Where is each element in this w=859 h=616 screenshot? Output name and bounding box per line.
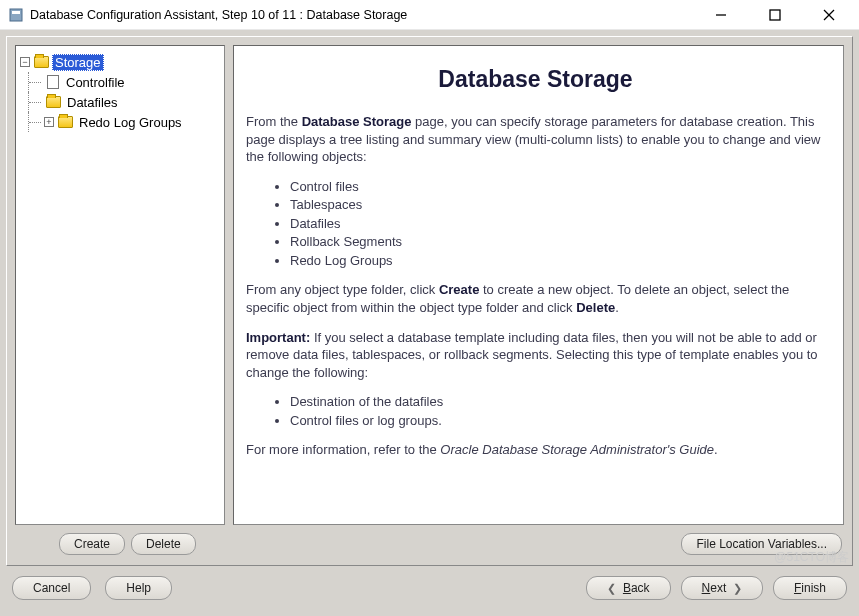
file-location-variables-button[interactable]: File Location Variables...: [681, 533, 842, 555]
content-actions: File Location Variables...: [196, 525, 844, 555]
tree-label[interactable]: Redo Log Groups: [76, 114, 185, 131]
list-item: Rollback Segments: [290, 233, 825, 251]
important-paragraph: Important: If you select a database temp…: [246, 329, 825, 382]
tree-label[interactable]: Controlfile: [63, 74, 128, 91]
expand-icon[interactable]: +: [44, 117, 54, 127]
dialog-body: − Storage Controlfile Datafiles: [0, 30, 859, 616]
folder-icon: [46, 96, 61, 108]
tree-node-controlfile[interactable]: Controlfile: [20, 72, 220, 92]
help-button[interactable]: Help: [105, 576, 172, 600]
tree-node-redo-log-groups[interactable]: + Redo Log Groups: [20, 112, 220, 132]
list-item: Control files or log groups.: [290, 412, 825, 430]
list-item: Destination of the datafiles: [290, 393, 825, 411]
list-item: Control files: [290, 178, 825, 196]
maximize-button[interactable]: [757, 3, 793, 27]
close-button[interactable]: [811, 3, 847, 27]
delete-button[interactable]: Delete: [131, 533, 196, 555]
tree-node-storage[interactable]: − Storage: [20, 52, 220, 72]
tree-actions: Create Delete: [15, 525, 196, 555]
minimize-button[interactable]: [703, 3, 739, 27]
tree-node-datafiles[interactable]: Datafiles: [20, 92, 220, 112]
folder-icon: [34, 56, 49, 68]
window-controls: [703, 3, 853, 27]
svg-rect-3: [770, 10, 780, 20]
chevron-left-icon: ❮: [607, 582, 616, 594]
tree-label[interactable]: Datafiles: [64, 94, 121, 111]
tree-label[interactable]: Storage: [52, 54, 104, 71]
chevron-right-icon: ❯: [733, 582, 742, 594]
storage-tree[interactable]: − Storage Controlfile Datafiles: [15, 45, 225, 525]
create-delete-paragraph: From any object type folder, click Creat…: [246, 281, 825, 316]
title-bar: Database Configuration Assistant, Step 1…: [0, 0, 859, 30]
content-panel: Database Storage From the Database Stora…: [233, 45, 844, 525]
main-panel: − Storage Controlfile Datafiles: [6, 36, 853, 566]
back-button[interactable]: ❮ Back: [586, 576, 670, 600]
document-icon: [47, 75, 59, 89]
window-title: Database Configuration Assistant, Step 1…: [30, 8, 703, 22]
wizard-nav-bar: Cancel Help ❮ Back Next ❯ Finish: [6, 566, 853, 600]
collapse-icon[interactable]: −: [20, 57, 30, 67]
create-button[interactable]: Create: [59, 533, 125, 555]
list-item: Tablespaces: [290, 196, 825, 214]
cancel-button[interactable]: Cancel: [12, 576, 91, 600]
page-title: Database Storage: [246, 64, 825, 95]
finish-button[interactable]: Finish: [773, 576, 847, 600]
svg-rect-0: [10, 9, 22, 21]
intro-paragraph: From the Database Storage page, you can …: [246, 113, 825, 166]
more-info-paragraph: For more information, refer to the Oracl…: [246, 441, 825, 459]
list-item: Redo Log Groups: [290, 252, 825, 270]
list-item: Datafiles: [290, 215, 825, 233]
object-list: Control files Tablespaces Datafiles Roll…: [246, 178, 825, 270]
change-list: Destination of the datafiles Control fil…: [246, 393, 825, 429]
svg-rect-1: [12, 11, 20, 14]
folder-icon: [58, 116, 73, 128]
next-button[interactable]: Next ❯: [681, 576, 763, 600]
app-icon: [8, 7, 24, 23]
